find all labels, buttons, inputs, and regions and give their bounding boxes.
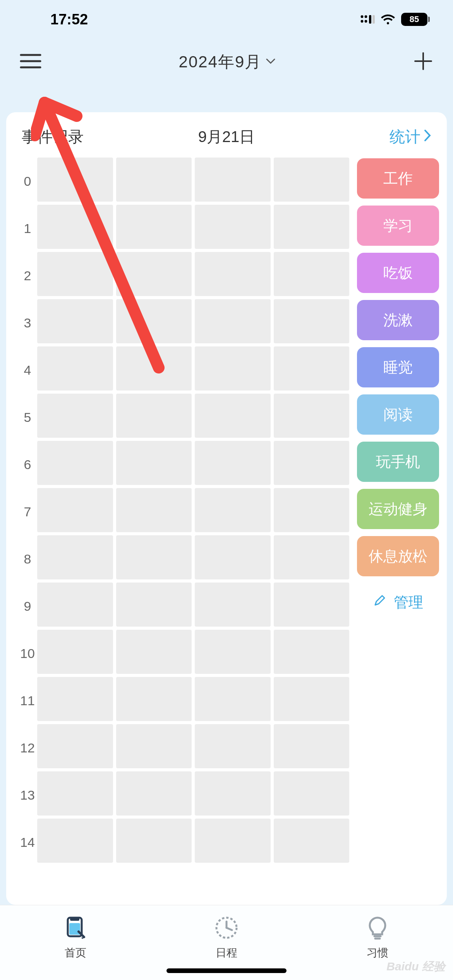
grid-row[interactable]: [37, 724, 349, 768]
grid-cell[interactable]: [116, 394, 192, 438]
grid-cell[interactable]: [195, 158, 271, 202]
grid-cell[interactable]: [195, 771, 271, 816]
grid-row[interactable]: [37, 630, 349, 674]
grid-cell[interactable]: [116, 583, 192, 627]
category-button[interactable]: 阅读: [357, 394, 439, 435]
grid-cell[interactable]: [116, 346, 192, 391]
category-button[interactable]: 休息放松: [357, 536, 439, 576]
svg-point-1: [365, 15, 367, 18]
tab-home[interactable]: 首页: [62, 914, 89, 960]
grid-cell[interactable]: [116, 299, 192, 343]
grid-cell[interactable]: [195, 488, 271, 532]
grid-cell[interactable]: [195, 724, 271, 768]
grid-cell[interactable]: [37, 205, 113, 249]
grid-row[interactable]: [37, 441, 349, 485]
tab-schedule[interactable]: 日程: [213, 914, 240, 960]
grid-row[interactable]: [37, 677, 349, 721]
grid-cell[interactable]: [37, 252, 113, 296]
menu-button[interactable]: [19, 53, 42, 71]
grid-cell[interactable]: [116, 441, 192, 485]
grid-row[interactable]: [37, 346, 349, 391]
stats-link[interactable]: 统计: [390, 126, 431, 147]
grid-cell[interactable]: [37, 158, 113, 202]
grid-cell[interactable]: [274, 441, 350, 485]
grid-row[interactable]: [37, 299, 349, 343]
grid-cell[interactable]: [195, 205, 271, 249]
add-button[interactable]: [413, 51, 434, 73]
grid-cell[interactable]: [116, 205, 192, 249]
grid-cell[interactable]: [195, 394, 271, 438]
grid-cell[interactable]: [274, 724, 350, 768]
grid-row[interactable]: [37, 819, 349, 863]
grid-cell[interactable]: [195, 299, 271, 343]
grid-row[interactable]: [37, 535, 349, 579]
grid-cell[interactable]: [37, 724, 113, 768]
grid-cells[interactable]: [37, 158, 349, 866]
grid-cell[interactable]: [274, 771, 350, 816]
grid-row[interactable]: [37, 583, 349, 627]
grid-cell[interactable]: [37, 771, 113, 816]
grid-cell[interactable]: [37, 677, 113, 721]
grid-cell[interactable]: [274, 252, 350, 296]
time-grid[interactable]: 01234567891011121314: [18, 158, 349, 866]
grid-row[interactable]: [37, 158, 349, 202]
grid-cell[interactable]: [37, 583, 113, 627]
grid-cell[interactable]: [37, 394, 113, 438]
grid-cell[interactable]: [274, 205, 350, 249]
month-picker[interactable]: 2024年9月: [179, 51, 276, 73]
grid-cell[interactable]: [37, 535, 113, 579]
grid-cell[interactable]: [37, 299, 113, 343]
category-button[interactable]: 玩手机: [357, 442, 439, 482]
category-button[interactable]: 睡觉: [357, 347, 439, 387]
tab-habit[interactable]: 习惯: [364, 914, 391, 960]
grid-cell[interactable]: [195, 677, 271, 721]
grid-cell[interactable]: [37, 346, 113, 391]
clock-icon: [213, 914, 240, 942]
grid-cell[interactable]: [195, 583, 271, 627]
grid-cell[interactable]: [195, 346, 271, 391]
grid-cell[interactable]: [274, 535, 350, 579]
grid-cell[interactable]: [195, 630, 271, 674]
grid-cell[interactable]: [274, 299, 350, 343]
grid-row[interactable]: [37, 252, 349, 296]
category-button[interactable]: 吃饭: [357, 253, 439, 293]
grid-cell[interactable]: [37, 819, 113, 863]
hour-label: 0: [18, 158, 37, 205]
grid-cell[interactable]: [195, 819, 271, 863]
grid-cell[interactable]: [37, 630, 113, 674]
grid-cell[interactable]: [195, 441, 271, 485]
grid-cell[interactable]: [37, 488, 113, 532]
category-button[interactable]: 工作: [357, 158, 439, 199]
grid-cell[interactable]: [274, 677, 350, 721]
home-indicator[interactable]: [166, 968, 287, 973]
category-button[interactable]: 运动健身: [357, 489, 439, 529]
grid-row[interactable]: [37, 205, 349, 249]
hour-label: 6: [18, 441, 37, 488]
grid-cell[interactable]: [116, 677, 192, 721]
grid-cell[interactable]: [116, 819, 192, 863]
grid-cell[interactable]: [116, 158, 192, 202]
category-button[interactable]: 洗漱: [357, 300, 439, 340]
grid-cell[interactable]: [274, 488, 350, 532]
grid-cell[interactable]: [274, 346, 350, 391]
grid-cell[interactable]: [274, 394, 350, 438]
grid-row[interactable]: [37, 394, 349, 438]
grid-cell[interactable]: [195, 252, 271, 296]
grid-cell[interactable]: [274, 583, 350, 627]
svg-rect-5: [372, 15, 375, 24]
grid-cell[interactable]: [116, 630, 192, 674]
grid-cell[interactable]: [274, 819, 350, 863]
grid-cell[interactable]: [274, 158, 350, 202]
grid-cell[interactable]: [37, 441, 113, 485]
grid-cell[interactable]: [116, 252, 192, 296]
category-button[interactable]: 学习: [357, 206, 439, 246]
manage-link[interactable]: 管理: [357, 593, 439, 612]
grid-row[interactable]: [37, 771, 349, 816]
grid-cell[interactable]: [116, 724, 192, 768]
grid-cell[interactable]: [116, 488, 192, 532]
grid-row[interactable]: [37, 488, 349, 532]
grid-cell[interactable]: [116, 771, 192, 816]
grid-cell[interactable]: [195, 535, 271, 579]
grid-cell[interactable]: [116, 535, 192, 579]
grid-cell[interactable]: [274, 630, 350, 674]
